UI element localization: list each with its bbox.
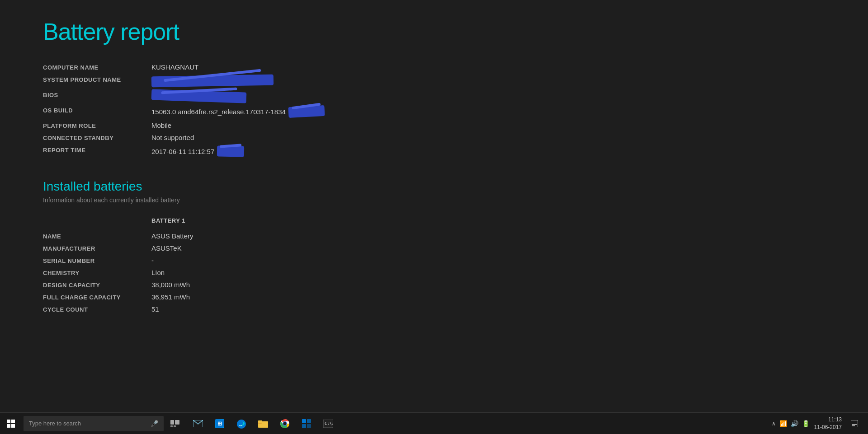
chrome-icon <box>280 419 290 429</box>
section-subtitle-batteries: Information about each currently install… <box>43 196 825 204</box>
battery-value-cycle-count: 51 <box>151 305 159 313</box>
chrome-app-icon[interactable] <box>275 413 295 434</box>
page-title: Battery report <box>43 18 825 45</box>
value-computer-name: KUSHAGNAUT <box>151 63 198 71</box>
label-platform-role: PLATFORM ROLE <box>43 121 151 129</box>
svg-rect-22 <box>852 425 855 426</box>
action-center-button[interactable] <box>846 413 863 434</box>
store-app-icon[interactable]: ⊞ <box>210 413 230 434</box>
battery-row-design-capacity: DESIGN CAPACITY 38,000 mWh <box>43 281 825 289</box>
task-view-icon <box>170 420 179 427</box>
redacted-blob-bios <box>151 89 247 103</box>
windows-icon <box>7 420 15 428</box>
battery-row-manufacturer: MANUFACTURER ASUSTeK <box>43 244 825 252</box>
battery-label-name: NAME <box>43 232 151 240</box>
terminal-icon: C:\>_ <box>323 420 333 428</box>
battery-label-design-capacity: DESIGN CAPACITY <box>43 281 151 289</box>
main-content: Battery report COMPUTER NAME KUSHAGNAUT … <box>0 0 868 406</box>
info-row-os-build: OS BUILD 15063.0 amd64fre.rs2_release.17… <box>43 106 825 117</box>
tray-clock[interactable]: 11:13 11-06-2017 <box>814 416 842 431</box>
action-center-icon <box>851 420 858 427</box>
system-tray: ∧ 📶 🔊 🔋 11:13 11-06-2017 <box>772 413 868 434</box>
battery-label-serial: SERIAL NUMBER <box>43 257 151 264</box>
mail-icon <box>193 420 203 427</box>
info-row-platform-role: PLATFORM ROLE Mobile <box>43 121 825 129</box>
svg-rect-3 <box>174 425 176 427</box>
info-row-computer-name: COMPUTER NAME KUSHAGNAUT <box>43 63 825 71</box>
svg-text:C:\>_: C:\>_ <box>325 421 333 426</box>
info-row-connected-standby: CONNECTED STANDBY Not supported <box>43 134 825 141</box>
redacted-blob-os <box>288 105 325 118</box>
search-placeholder: Type here to search <box>29 420 151 427</box>
taskbar-app-icons: ⊞ <box>188 413 338 434</box>
battery-info-table: NAME ASUS Battery MANUFACTURER ASUSTeK S… <box>43 232 825 313</box>
start-button[interactable] <box>0 413 22 434</box>
file-explorer-icon <box>258 420 268 428</box>
file-explorer-app-icon[interactable] <box>253 413 273 434</box>
store-icon: ⊞ <box>215 419 224 428</box>
volume-icon: 🔊 <box>791 420 798 427</box>
battery-label-manufacturer: MANUFACTURER <box>43 244 151 252</box>
battery-row-serial: SERIAL NUMBER - <box>43 257 825 264</box>
section-title-batteries: Installed batteries <box>43 179 825 194</box>
value-system-product-name <box>151 75 275 86</box>
svg-rect-9 <box>258 420 262 423</box>
svg-rect-16 <box>307 424 311 428</box>
task-view-button[interactable] <box>165 413 184 434</box>
label-os-build: OS BUILD <box>43 106 151 114</box>
svg-rect-0 <box>170 420 174 425</box>
mail-app-icon[interactable] <box>188 413 208 434</box>
svg-rect-13 <box>302 419 306 423</box>
network-icon: 📶 <box>779 420 787 427</box>
microphone-icon[interactable]: 🎤 <box>151 420 158 427</box>
value-connected-standby: Not supported <box>151 134 194 141</box>
svg-point-12 <box>283 422 287 425</box>
battery-tray-icon: 🔋 <box>802 420 810 427</box>
value-platform-role: Mobile <box>151 121 171 129</box>
redacted-blob <box>151 75 274 88</box>
svg-text:⊞: ⊞ <box>217 420 222 427</box>
value-bios <box>151 91 246 102</box>
tray-icons: ∧ 📶 🔊 🔋 <box>772 420 810 427</box>
label-computer-name: COMPUTER NAME <box>43 63 151 71</box>
svg-rect-20 <box>851 420 858 427</box>
battery-label-full-charge: FULL CHARGE CAPACITY <box>43 293 151 301</box>
os-build-text: 15063.0 amd64fre.rs2_release.170317-1834 <box>151 108 286 116</box>
battery-value-serial: - <box>151 257 154 264</box>
battery-row-full-charge: FULL CHARGE CAPACITY 36,951 mWh <box>43 293 825 301</box>
batteries-section: Installed batteries Information about ea… <box>43 179 825 313</box>
battery-label-chemistry: CHEMISTRY <box>43 269 151 276</box>
svg-rect-21 <box>852 424 857 425</box>
terminal-app-icon[interactable]: C:\>_ <box>318 413 338 434</box>
tiles-icon <box>302 419 311 429</box>
info-row-system-product-name: SYSTEM PRODUCT NAME <box>43 75 825 86</box>
battery-value-chemistry: LIon <box>151 269 165 276</box>
battery-value-name: ASUS Battery <box>151 232 193 240</box>
taskbar-search[interactable]: Type here to search 🎤 <box>24 416 164 431</box>
chevron-up-icon[interactable]: ∧ <box>772 420 776 427</box>
clock-time: 11:13 <box>814 416 842 424</box>
svg-rect-1 <box>175 420 179 425</box>
report-time-text: 2017-06-11 11:12:57 <box>151 148 214 155</box>
battery-row-chemistry: CHEMISTRY LIon <box>43 269 825 276</box>
battery-row-name: NAME ASUS Battery <box>43 232 825 240</box>
value-report-time: 2017-06-11 11:12:57 <box>151 146 244 157</box>
label-bios: BIOS <box>43 91 151 98</box>
tiles-app-icon[interactable] <box>297 413 316 434</box>
info-row-bios: BIOS <box>43 91 825 102</box>
redacted-blob-time <box>217 145 244 157</box>
value-os-build: 15063.0 amd64fre.rs2_release.170317-1834 <box>151 106 325 117</box>
edge-icon <box>236 419 246 429</box>
battery-value-design-capacity: 38,000 mWh <box>151 281 190 289</box>
svg-rect-14 <box>307 419 311 423</box>
battery-header: BATTERY 1 <box>151 217 825 224</box>
label-connected-standby: CONNECTED STANDBY <box>43 134 151 141</box>
system-info-table: COMPUTER NAME KUSHAGNAUT SYSTEM PRODUCT … <box>43 63 825 157</box>
clock-date: 11-06-2017 <box>814 424 842 431</box>
svg-rect-15 <box>302 424 306 428</box>
edge-app-icon[interactable] <box>231 413 251 434</box>
battery-value-full-charge: 36,951 mWh <box>151 293 190 301</box>
label-report-time: REPORT TIME <box>43 146 151 154</box>
label-system-product-name: SYSTEM PRODUCT NAME <box>43 75 151 83</box>
taskbar: Type here to search 🎤 ⊞ <box>0 412 868 434</box>
